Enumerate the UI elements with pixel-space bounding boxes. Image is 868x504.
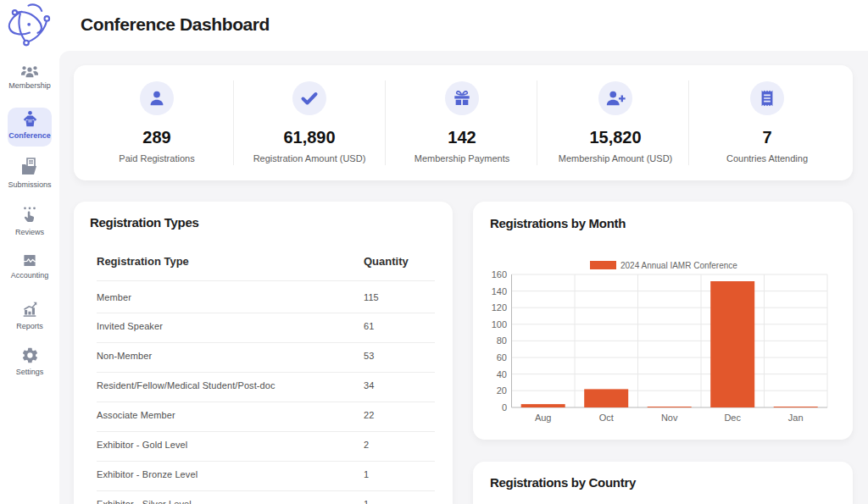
svg-text:Aug: Aug bbox=[535, 413, 552, 423]
svg-text:Jan: Jan bbox=[788, 413, 804, 423]
svg-text:20: 20 bbox=[497, 385, 507, 396]
svg-text:Dec: Dec bbox=[724, 413, 741, 423]
svg-text:40: 40 bbox=[497, 369, 507, 379]
svg-text:0: 0 bbox=[502, 402, 507, 413]
svg-text:Oct: Oct bbox=[599, 413, 614, 423]
svg-text:100: 100 bbox=[492, 319, 507, 330]
svg-text:140: 140 bbox=[492, 286, 507, 296]
svg-text:2024 Annual IAMR Conference: 2024 Annual IAMR Conference bbox=[620, 261, 737, 270]
svg-text:60: 60 bbox=[497, 352, 507, 363]
svg-text:Nov: Nov bbox=[661, 413, 678, 423]
svg-text:120: 120 bbox=[492, 302, 507, 313]
svg-text:80: 80 bbox=[497, 335, 507, 346]
svg-text:160: 160 bbox=[492, 269, 507, 280]
